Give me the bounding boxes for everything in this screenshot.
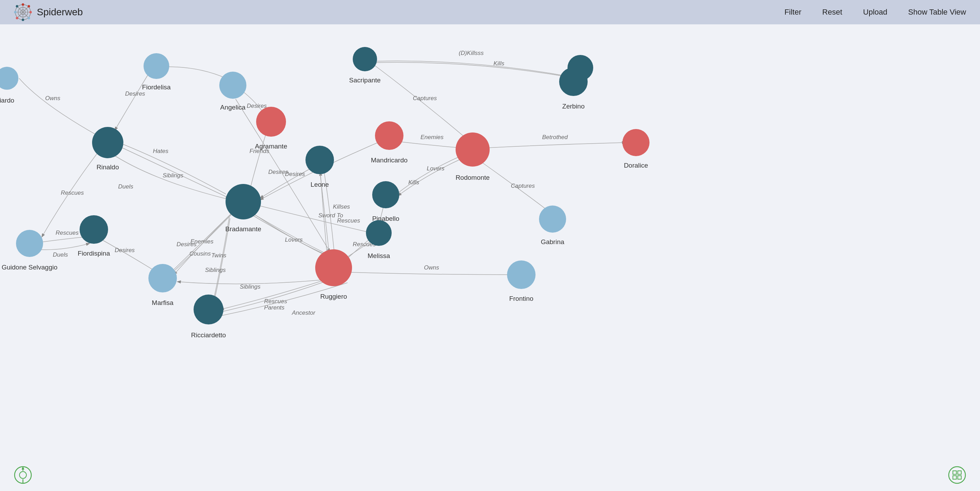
svg-text:Owns: Owns [424, 264, 439, 271]
svg-text:Enemies: Enemies [420, 134, 444, 140]
svg-text:Kills: Kills [493, 60, 504, 67]
node-unnamed-top-right[interactable] [568, 55, 593, 81]
svg-text:Rescues: Rescues [264, 298, 287, 304]
app-header: Spiderweb Filter Reset Upload Show Table… [0, 0, 980, 24]
svg-text:Kills: Kills [408, 179, 420, 186]
svg-text:Rescues: Rescues [56, 230, 79, 236]
svg-text:Siblings: Siblings [163, 172, 183, 179]
node-rodomonte[interactable] [456, 132, 490, 167]
svg-text:Desires: Desires [125, 91, 145, 97]
app-title: Spiderweb [37, 6, 83, 18]
svg-point-9 [14, 11, 17, 14]
svg-text:Captures: Captures [413, 95, 437, 102]
svg-point-56 [949, 467, 966, 483]
node-sacripante[interactable] [353, 47, 377, 71]
svg-point-12 [28, 17, 30, 19]
svg-point-11 [16, 5, 18, 8]
node-angelica[interactable] [219, 72, 247, 99]
svg-rect-59 [953, 476, 956, 479]
svg-point-10 [30, 11, 32, 14]
node-ricciardetto[interactable] [194, 295, 223, 324]
node-fiordelisa[interactable] [143, 53, 169, 79]
node-mandricardo[interactable] [375, 121, 404, 150]
node-melissa[interactable] [366, 220, 391, 246]
node-ruggiero[interactable] [315, 249, 352, 286]
node-doralice[interactable] [622, 129, 649, 156]
svg-point-14 [16, 17, 18, 19]
svg-text:Twins: Twins [211, 252, 227, 259]
svg-point-8 [22, 19, 24, 21]
show-table-view-button[interactable]: Show Table View [908, 8, 966, 17]
svg-text:Owns: Owns [45, 95, 60, 102]
spiderweb-logo-icon [14, 3, 32, 21]
filter-button[interactable]: Filter [784, 8, 801, 17]
svg-point-13 [28, 5, 30, 8]
logo-area: Spiderweb [14, 3, 784, 21]
upload-button[interactable]: Upload [863, 8, 888, 17]
node-guidone[interactable] [16, 230, 43, 257]
svg-text:Siblings: Siblings [240, 284, 261, 290]
bottom-right-icon[interactable] [948, 466, 966, 484]
node-gabrina[interactable] [539, 206, 566, 233]
svg-text:Duels: Duels [53, 252, 68, 258]
svg-rect-58 [958, 471, 961, 474]
svg-text:Captures: Captures [511, 183, 535, 189]
svg-text:Rescues: Rescues [337, 217, 360, 224]
svg-text:Duels: Duels [118, 183, 134, 190]
node-fiordispina[interactable] [80, 215, 108, 244]
svg-text:Friends: Friends [250, 148, 269, 155]
bottom-left-icon[interactable] [14, 466, 32, 484]
reset-button[interactable]: Reset [822, 8, 842, 17]
node-agramante[interactable] [256, 107, 286, 137]
svg-point-52 [19, 472, 26, 478]
node-bradamante[interactable] [226, 184, 261, 219]
node-frontino[interactable] [507, 260, 536, 289]
node-leone[interactable] [305, 146, 334, 174]
graph-area[interactable]: Owns Desires Desires Desires Siblings Ha… [0, 24, 980, 491]
svg-rect-60 [958, 476, 961, 479]
svg-text:Betrothed: Betrothed [542, 134, 568, 140]
svg-text:Killses: Killses [333, 203, 350, 210]
node-marfisa[interactable] [148, 264, 177, 292]
header-nav: Filter Reset Upload Show Table View [784, 8, 966, 17]
graph-svg: Owns Desires Desires Desires Siblings Ha… [0, 24, 980, 491]
svg-text:Desires: Desires [285, 171, 305, 177]
svg-point-7 [22, 3, 24, 6]
svg-text:Rescues: Rescues [61, 190, 84, 196]
node-rinaldo[interactable] [92, 127, 123, 158]
svg-text:Hates: Hates [153, 148, 169, 155]
node-pinabello[interactable] [372, 181, 399, 208]
svg-rect-57 [953, 471, 956, 474]
svg-text:Desires: Desires [115, 247, 135, 253]
svg-text:Siblings: Siblings [205, 267, 226, 273]
svg-text:Desires: Desires [177, 241, 197, 247]
svg-text:Ancestor: Ancestor [291, 309, 315, 316]
svg-text:(D)Killsss: (D)Killsss [459, 50, 484, 56]
